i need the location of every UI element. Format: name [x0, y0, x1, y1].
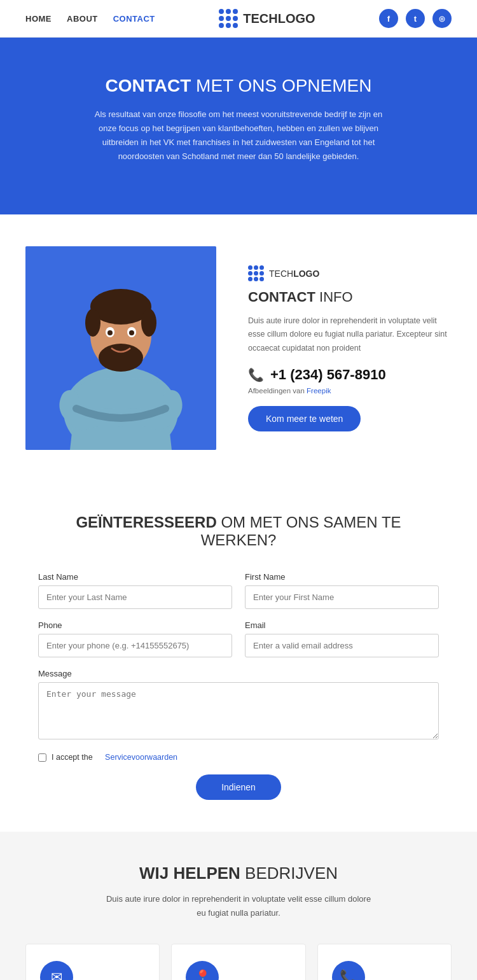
message-group: Message [38, 669, 439, 741]
email-group: Email [245, 620, 439, 657]
svg-point-10 [107, 330, 113, 335]
phone-input[interactable] [38, 634, 232, 657]
person-image-container [25, 246, 223, 450]
help-section: WIJ HELPEN BEDRIJVEN Duis aute irure dol… [0, 832, 477, 980]
hero-description: Als resultaat van onze filosofie om het … [86, 108, 391, 164]
phone-number: +1 (234) 567-8910 [270, 367, 386, 383]
terms-text: I accept the [52, 753, 93, 762]
hero-section: CONTACT MET ONS OPNEMEN Als resultaat va… [0, 38, 477, 214]
nav-about[interactable]: ABOUT [67, 14, 98, 24]
contact-form: Last Name First Name Phone Email Message [38, 572, 439, 800]
svg-point-6 [141, 309, 156, 337]
nav-contact[interactable]: CONTACT [113, 14, 155, 24]
email-label: Email [245, 620, 439, 630]
last-name-label: Last Name [38, 572, 232, 582]
contact-info-section: TECHLOGO CONTACT INFO Duis aute irure do… [0, 214, 477, 482]
message-label: Message [38, 669, 439, 678]
svg-point-7 [99, 344, 143, 372]
help-card-map: ✉ Breng ons in kaart Ons vriendelijke te… [25, 944, 160, 980]
phone-email-row: Phone Email [38, 620, 439, 657]
terms-checkbox[interactable] [38, 753, 46, 762]
phone-label: Phone [38, 620, 232, 630]
social-icons: f t ◎ [379, 9, 452, 28]
contact-info-right: TECHLOGO CONTACT INFO Duis aute irure do… [248, 265, 452, 431]
phone-icon: 📞 [248, 367, 264, 382]
name-row: Last Name First Name [38, 572, 439, 609]
office-icon: 📍 [186, 961, 219, 980]
learn-more-button[interactable]: Kom meer te weten [248, 406, 361, 431]
help-title: WIJ HELPEN BEDRIJVEN [25, 864, 452, 883]
freepik-link[interactable]: Freepik [307, 387, 331, 395]
info-logo-dots [248, 265, 264, 281]
twitter-icon[interactable]: t [406, 9, 425, 28]
help-card-office: 📍 Kantoor Kom hallo zeggen op ons hoofdk… [171, 944, 305, 980]
svg-point-11 [129, 330, 134, 335]
email-input[interactable] [245, 634, 439, 657]
info-logo: TECHLOGO [248, 265, 452, 281]
nav-home[interactable]: HOME [25, 14, 52, 24]
terms-link[interactable]: Servicevoorwaarden [105, 753, 177, 762]
freepik-credit: Afbeeldingen van Freepik [248, 387, 452, 395]
phone-group: Phone [38, 620, 232, 657]
facebook-icon[interactable]: f [379, 9, 398, 28]
svg-point-5 [85, 309, 100, 337]
first-name-label: First Name [245, 572, 439, 582]
logo-text: TECHLOGO [243, 11, 315, 26]
last-name-input[interactable] [38, 585, 232, 609]
hero-title: CONTACT MET ONS OPNEMEN [51, 76, 426, 96]
nav-links: HOME ABOUT CONTACT [25, 14, 155, 24]
info-logo-text: TECHLOGO [269, 269, 319, 279]
logo-dots [219, 9, 238, 28]
submit-button[interactable]: Indienen [196, 774, 281, 800]
map-icon: ✉ [40, 961, 73, 980]
person-photo [25, 246, 216, 450]
help-card-phone: 📞 Telefoon Ma-vr van 08.00 uur tot 05.00… [317, 944, 452, 980]
contact-info-title: CONTACT INFO [248, 289, 452, 305]
help-description: Duis aute irure dolor in reprehenderit i… [105, 892, 372, 920]
message-textarea[interactable] [38, 682, 439, 739]
help-cards: ✉ Breng ons in kaart Ons vriendelijke te… [25, 944, 452, 980]
last-name-group: Last Name [38, 572, 232, 609]
navbar: HOME ABOUT CONTACT TECHLOGO f t ◎ [0, 0, 477, 38]
terms-row: I accept the Servicevoorwaarden [38, 753, 439, 762]
contact-info-description: Duis aute irure dolor in reprehenderit i… [248, 314, 452, 355]
form-section: GEÏNTERESSEERD OM MET ONS SAMEN TE WERKE… [0, 482, 477, 832]
logo: TECHLOGO [219, 9, 315, 28]
form-title: GEÏNTERESSEERD OM MET ONS SAMEN TE WERKE… [38, 514, 439, 549]
first-name-input[interactable] [245, 585, 439, 609]
first-name-group: First Name [245, 572, 439, 609]
tel-icon: 📞 [332, 961, 365, 980]
phone-row: 📞 +1 (234) 567-8910 [248, 367, 452, 383]
submit-row: Indienen [38, 774, 439, 800]
instagram-icon[interactable]: ◎ [432, 9, 452, 28]
